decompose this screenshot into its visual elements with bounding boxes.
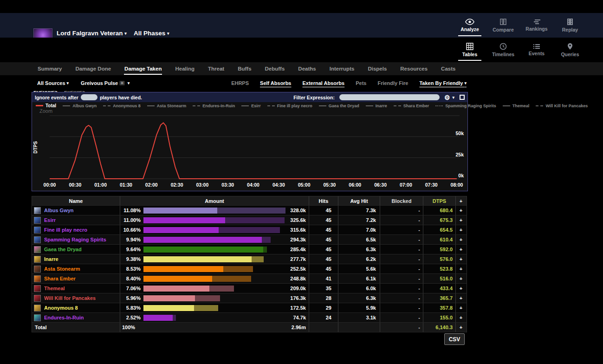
legend-item-asta-stonearm[interactable]: Asta Stonearm: [147, 104, 187, 108]
option-ehrps[interactable]: EHRPS: [231, 80, 249, 86]
col-avg-hit[interactable]: Avg Hit: [338, 196, 380, 205]
view-timelines[interactable]: Timelines: [486, 38, 520, 62]
option-friendly-fire[interactable]: Friendly Fire: [377, 80, 408, 86]
filter-greivous-pulse[interactable]: Greivous Pulse✖ ▾: [81, 80, 130, 86]
legend-item-albus-gwyn[interactable]: Albus Gwyn: [63, 104, 97, 108]
legend-item-esirr[interactable]: Esirr: [241, 104, 261, 108]
blocked-cell: -: [380, 206, 423, 215]
dtps-cell: 654.5: [423, 225, 456, 234]
tab-summary[interactable]: Summary: [37, 63, 62, 75]
legend-label: Shara Ember: [403, 104, 429, 108]
nav-compare[interactable]: Compare: [486, 13, 520, 38]
tab-healing[interactable]: Healing: [175, 63, 195, 75]
legend-item-gaea-the-dryad[interactable]: Gaea the Dryad: [319, 104, 359, 108]
expand-row-button[interactable]: +: [456, 206, 466, 215]
option-self-absorbs[interactable]: Self Absorbs: [260, 80, 291, 86]
chevron-down-icon[interactable]: ▾: [452, 95, 454, 100]
nav-analyze[interactable]: Analyze: [453, 13, 486, 38]
amount-cell: 74.7k: [143, 313, 309, 322]
deaths-count-input[interactable]: [81, 94, 97, 100]
gear-icon[interactable]: ⚙: [444, 94, 450, 101]
damage-bar-main: [143, 295, 195, 301]
player-name-link[interactable]: Will Kill for Pancakes: [44, 295, 96, 301]
expand-all-button[interactable]: +: [456, 196, 466, 205]
player-name-link[interactable]: Gaea the Dryad: [44, 247, 82, 252]
blocked-cell: -: [380, 264, 423, 273]
option-taken-by-friendly[interactable]: Taken By Friendly ▾: [419, 80, 467, 86]
legend-item-spamming-raging-spirits[interactable]: Spamming Raging Spirits: [435, 104, 496, 108]
blocked-cell: -: [380, 235, 423, 244]
col-amount[interactable]: Amount: [120, 196, 309, 205]
csv-export-button[interactable]: CSV: [444, 333, 465, 345]
col-blocked[interactable]: Blocked: [380, 196, 423, 205]
tab-casts[interactable]: Casts: [441, 63, 456, 75]
phase-selector[interactable]: All Phases ▾: [134, 30, 169, 37]
player-name-link[interactable]: Albus Gwyn: [44, 208, 74, 213]
view-events[interactable]: Events: [520, 38, 553, 62]
expand-row-button[interactable]: +: [456, 235, 466, 244]
total-amount: 2.96m: [292, 323, 306, 332]
expand-row-button[interactable]: +: [456, 215, 466, 225]
player-name-link[interactable]: Anonymous 8: [44, 305, 78, 311]
expand-row-button[interactable]: +: [456, 264, 466, 273]
tab-deaths[interactable]: Deaths: [298, 63, 316, 75]
dtps-cell: 516.0: [423, 274, 456, 283]
expand-row-button[interactable]: +: [456, 303, 466, 312]
expand-row-button[interactable]: +: [456, 313, 466, 322]
damage-bar-main: [143, 208, 217, 214]
hits-cell: 45: [309, 254, 338, 264]
maximize-icon[interactable]: [460, 95, 465, 100]
hits-cell: 45: [309, 245, 338, 254]
tab-buffs[interactable]: Buffs: [237, 63, 252, 75]
player-name-link[interactable]: Endures-In-Ruin: [44, 315, 84, 320]
expand-row-button[interactable]: +: [456, 254, 466, 264]
boss-selector[interactable]: Lord Falgravn Veteran ▾: [57, 30, 127, 37]
tab-debuffs[interactable]: Debuffs: [265, 63, 285, 75]
expand-row-button[interactable]: +: [456, 225, 466, 234]
blocked-cell: -: [380, 293, 423, 303]
hits-cell: 24: [309, 313, 338, 322]
col-hits[interactable]: Hits: [309, 196, 338, 205]
expand-row-button[interactable]: +: [456, 284, 466, 293]
total-avg: [338, 323, 380, 332]
expand-row-button[interactable]: +: [456, 293, 466, 303]
player-name-link[interactable]: Asta Stonearm: [44, 266, 80, 272]
tab-resources[interactable]: Resources: [400, 63, 428, 75]
expand-row-button[interactable]: +: [456, 274, 466, 283]
player-name-link[interactable]: Spamming Raging Spirits: [44, 237, 106, 242]
tab-interrupts[interactable]: Interrupts: [329, 63, 355, 75]
nav-rankings[interactable]: Rankings: [520, 13, 553, 38]
col-name[interactable]: Name: [32, 196, 120, 205]
expand-row-button[interactable]: +: [456, 245, 466, 254]
legend-item-themeal[interactable]: Themeal: [503, 104, 530, 108]
tab-damage-done[interactable]: Damage Done: [75, 63, 111, 75]
close-icon[interactable]: ✖: [119, 81, 125, 85]
legend-item-fine-ill-play-necro[interactable]: Fine ill play necro: [267, 104, 312, 108]
nav-replay[interactable]: Replay: [553, 13, 587, 38]
dtps-cell: 357.8: [423, 303, 456, 312]
player-name-link[interactable]: Inarre: [44, 256, 58, 262]
expand-total-button[interactable]: +: [456, 323, 466, 332]
filter-expression-input[interactable]: [339, 94, 440, 100]
player-name-link[interactable]: Fine ill play necro: [44, 227, 87, 233]
tab-threat[interactable]: Threat: [207, 63, 225, 75]
tab-damage-taken[interactable]: Damage Taken: [124, 63, 162, 75]
line-plot[interactable]: 0k25k50k00:0000:3001:0001:3002:0002:3003…: [32, 102, 467, 191]
option-pets[interactable]: Pets: [356, 80, 366, 86]
player-name-link[interactable]: Shara Ember: [44, 276, 76, 281]
legend-item-endures-in-ruin[interactable]: Endures-In-Ruin: [193, 104, 235, 108]
col-dtps[interactable]: DTPS: [423, 196, 456, 205]
tab-dispels[interactable]: Dispels: [367, 63, 387, 75]
legend-item-will-kill-for-pancakes[interactable]: Will Kill for Pancakes: [536, 104, 588, 108]
legend-item-total[interactable]: Total: [36, 103, 56, 108]
legend-item-shara-ember[interactable]: Shara Ember: [394, 104, 429, 108]
option-external-absorbs[interactable]: External Absorbs: [303, 80, 345, 86]
filter-all-sources[interactable]: All Sources ▾: [37, 80, 69, 86]
player-name-link[interactable]: Themeal: [44, 286, 65, 291]
view-tables[interactable]: Tables: [453, 38, 486, 62]
legend-item-inarre[interactable]: Inarre: [366, 104, 387, 108]
percent-cell: 5.96%: [120, 293, 143, 303]
view-queries[interactable]: Queries: [553, 38, 587, 62]
legend-item-anonymous-8[interactable]: Anonymous 8: [103, 104, 141, 108]
player-name-link[interactable]: Esirr: [44, 217, 56, 223]
